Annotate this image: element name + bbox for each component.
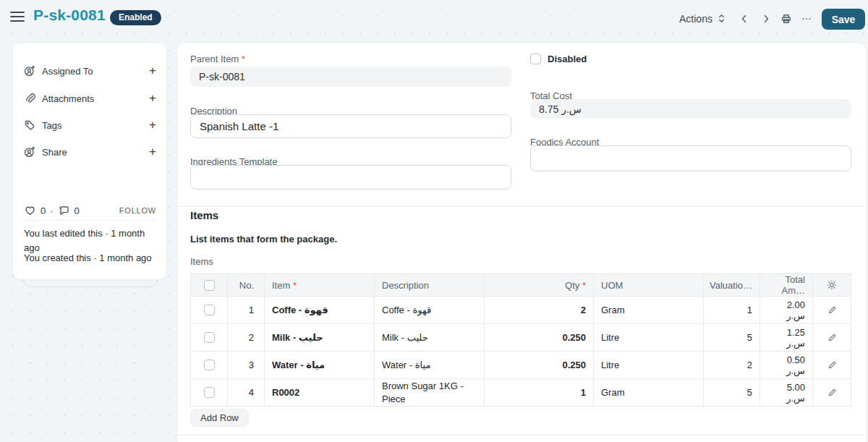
created-text: You created this · 1 month ago <box>24 251 159 265</box>
actions-button[interactable]: Actions <box>673 8 732 29</box>
disabled-checkbox[interactable] <box>530 54 541 64</box>
qty-cell[interactable]: 2 <box>484 297 593 323</box>
qty-cell[interactable]: 1 <box>484 379 593 406</box>
description-input[interactable]: Spanish Latte -1 <box>190 114 511 138</box>
table-row: 4 R0002 Brown Sugar 1KG - Piece 1 Gram 5… <box>191 378 851 406</box>
comments-count: 0 <box>75 205 80 216</box>
page-background: P-sk-0081 Enabled Actions Save <box>0 0 868 442</box>
sidebar-item-label: Share <box>42 147 67 158</box>
sidebar-item-assigned-to[interactable]: Assigned To + <box>24 64 156 78</box>
actions-label: Actions <box>679 13 712 25</box>
comment-icon[interactable] <box>58 205 70 216</box>
items-table: No. Item * Description Qty * UOM Valuati… <box>190 273 851 407</box>
paperclip-icon <box>24 93 35 104</box>
valuation-cell[interactable]: 1 <box>703 297 760 323</box>
select-all-checkbox[interactable] <box>204 280 215 291</box>
table-body: 1 Coffe - قهوة Coffe - قهوة 2 Gram 1 2.0… <box>191 296 851 406</box>
row-checkbox[interactable] <box>204 360 215 370</box>
valuation-cell[interactable]: 5 <box>703 324 760 351</box>
row-number-cell: 1 <box>227 297 264 323</box>
share-icon <box>24 146 35 158</box>
parent-item-field[interactable]: P-sk-0081 <box>190 67 511 87</box>
table-row: 2 Milk - حليب Milk - حليب 0.250 Litre 5 … <box>191 323 851 351</box>
total-amount-cell[interactable]: 5.00 س.ر <box>760 379 812 406</box>
social-row: 0 · 0 FOLLOW <box>24 203 156 218</box>
add-row-button[interactable]: Add Row <box>190 409 249 427</box>
form-card: Parent Item * P-sk-0081 Description Span… <box>177 43 866 442</box>
items-section-subtitle: List items that form the package. <box>190 234 337 245</box>
assigned-to-icon <box>24 65 35 77</box>
item-cell[interactable]: Milk - حليب <box>264 324 374 351</box>
description-cell[interactable]: Milk - حليب <box>374 324 484 351</box>
item-cell[interactable]: Water - مياة <box>264 352 374 378</box>
description-cell[interactable]: Water - مياة <box>374 352 484 378</box>
dot-separator: · <box>50 205 53 216</box>
header-checkbox-cell <box>191 274 227 296</box>
save-button[interactable]: Save <box>822 9 865 30</box>
row-checkbox[interactable] <box>204 305 215 315</box>
sidebar: Assigned To + Attachments + Tags + Share… <box>13 43 166 279</box>
add-share-icon[interactable]: + <box>149 147 156 157</box>
qty-cell[interactable]: 0.250 <box>484 324 593 351</box>
description-cell[interactable]: Brown Sugar 1KG - Piece <box>374 379 484 406</box>
sidebar-item-tags[interactable]: Tags + <box>24 118 156 132</box>
description-cell[interactable]: Coffe - قهوة <box>374 297 484 323</box>
uom-cell[interactable]: Litre <box>593 324 703 351</box>
row-checkbox-cell <box>191 324 227 351</box>
edit-row-button[interactable] <box>812 352 851 378</box>
total-amount-cell[interactable]: 0.50 س.ر <box>760 352 812 378</box>
item-cell[interactable]: Coffe - قهوة <box>264 297 374 323</box>
row-number-cell: 2 <box>227 324 264 351</box>
header-no: No. <box>227 274 264 296</box>
required-marker: * <box>242 54 245 64</box>
item-cell[interactable]: R0002 <box>264 379 374 406</box>
valuation-cell[interactable]: 2 <box>703 352 760 378</box>
prev-record-button[interactable] <box>735 8 754 29</box>
sidebar-item-attachments[interactable]: Attachments + <box>24 91 156 106</box>
page-title: P-sk-0081 <box>33 7 106 24</box>
row-checkbox-cell <box>191 379 227 406</box>
disabled-checkbox-row: Disabled <box>530 54 851 64</box>
total-amount-cell[interactable]: 2.00 س.ر <box>760 297 812 323</box>
table-header-row: No. Item * Description Qty * UOM Valuati… <box>191 274 851 296</box>
edit-pencil-icon <box>827 360 837 370</box>
sidebar-item-label: Assigned To <box>42 66 93 77</box>
more-options-button[interactable] <box>797 8 816 29</box>
sidebar-item-label: Tags <box>42 120 61 131</box>
total-amount-cell[interactable]: 1.25 س.ر <box>760 324 812 351</box>
parent-item-label: Parent Item * <box>190 54 511 64</box>
print-button[interactable] <box>777 8 796 29</box>
uom-cell[interactable]: Gram <box>593 297 703 323</box>
uom-cell[interactable]: Litre <box>593 352 703 378</box>
sidebar-item-share[interactable]: Share + <box>24 145 156 159</box>
heart-icon[interactable] <box>24 205 36 216</box>
chevron-right-icon <box>760 13 772 25</box>
add-assignment-icon[interactable]: + <box>149 66 156 76</box>
row-checkbox[interactable] <box>204 387 215 398</box>
table-row: 1 Coffe - قهوة Coffe - قهوة 2 Gram 1 2.0… <box>191 296 851 323</box>
row-number-cell: 4 <box>227 379 264 406</box>
follow-button[interactable]: FOLLOW <box>119 206 156 215</box>
edit-row-button[interactable] <box>812 297 851 323</box>
next-record-button[interactable] <box>757 8 775 29</box>
row-checkbox[interactable] <box>204 332 215 343</box>
edit-row-button[interactable] <box>812 324 851 351</box>
edit-row-button[interactable] <box>812 379 851 406</box>
table-settings-button[interactable] <box>812 274 851 296</box>
disabled-label: Disabled <box>548 54 587 64</box>
header-item: Item * <box>264 274 374 296</box>
add-tag-icon[interactable]: + <box>149 120 156 130</box>
qty-cell[interactable]: 0.250 <box>484 352 593 378</box>
add-attachment-icon[interactable]: + <box>149 93 156 103</box>
printer-icon <box>780 13 792 25</box>
valuation-cell[interactable]: 5 <box>703 379 760 406</box>
gear-icon <box>827 280 837 290</box>
foodics-account-input[interactable] <box>530 145 851 171</box>
total-cost-field: 8.75 س.ر <box>530 99 851 119</box>
ingredients-template-input[interactable] <box>190 165 511 190</box>
menu-icon[interactable] <box>10 12 25 22</box>
edit-pencil-icon <box>827 388 837 397</box>
edit-pencil-icon <box>827 333 837 342</box>
uom-cell[interactable]: Gram <box>593 379 703 406</box>
row-checkbox-cell <box>191 352 227 378</box>
